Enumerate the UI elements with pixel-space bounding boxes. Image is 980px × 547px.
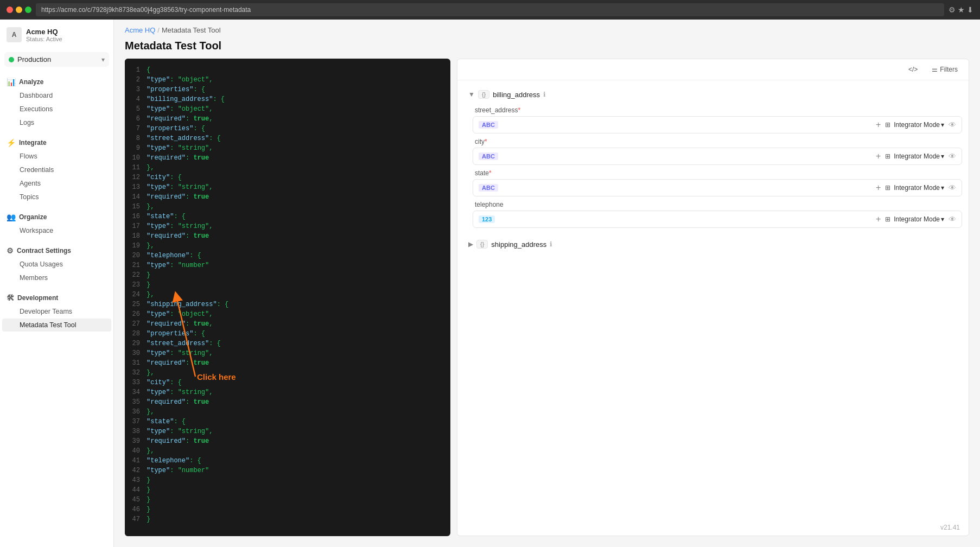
browser-dots xyxy=(7,7,31,13)
sidebar-item-workspace[interactable]: Workspace xyxy=(2,224,111,237)
sidebar-section-contract-header[interactable]: ⚙ Contract Settings xyxy=(0,242,113,257)
billing-address-group: ▼ {} billing_address ℹ street_address* xyxy=(464,87,962,228)
sidebar-section-integrate: ⚡ Integrate Flows Credentials Agents Top… xyxy=(0,132,113,206)
shipping-address-type-badge: {} xyxy=(476,240,488,249)
state-type: ABC xyxy=(479,184,498,192)
state-mode-icon: ⊞ xyxy=(885,184,890,192)
city-dropdown-icon: ▾ xyxy=(941,152,944,160)
sidebar-item-dashboard[interactable]: Dashboard xyxy=(2,89,111,102)
shipping-address-toggle-icon[interactable]: ▶ xyxy=(468,240,473,248)
state-mode-dropdown[interactable]: Integrator Mode ▾ xyxy=(894,184,944,192)
organize-icon: 👥 xyxy=(7,213,16,221)
sidebar-item-agents[interactable]: Agents xyxy=(2,177,111,190)
company-status: Status: Active xyxy=(26,36,62,42)
breadcrumb-separator: / xyxy=(157,26,160,34)
env-selector[interactable]: Production ▾ xyxy=(4,52,109,67)
billing-address-type-badge: {} xyxy=(478,90,489,99)
sidebar-item-executions[interactable]: Executions xyxy=(2,103,111,116)
billing-address-info-icon: ℹ xyxy=(543,91,546,98)
city-mode-dropdown[interactable]: Integrator Mode ▾ xyxy=(894,152,944,160)
sidebar-item-developer-teams[interactable]: Developer Teams xyxy=(2,305,111,318)
city-mode: ⊞ Integrator Mode ▾ xyxy=(885,152,944,160)
filters-button[interactable]: ⚌ Filters xyxy=(927,63,962,75)
city-add-button[interactable]: + xyxy=(876,151,881,161)
logo-avatar: A xyxy=(7,27,22,42)
development-label: Development xyxy=(17,294,58,302)
shipping-address-name: shipping_address xyxy=(491,240,546,249)
shipping-address-header[interactable]: ▶ {} shipping_address ℹ xyxy=(464,237,962,252)
analyze-icon: 📊 xyxy=(7,78,16,86)
state-actions: + ⊞ Integrator Mode ▾ 👁 xyxy=(876,183,956,193)
telephone-type: 123 xyxy=(479,215,495,223)
sidebar-section-integrate-header[interactable]: ⚡ Integrate xyxy=(0,134,113,149)
telephone-field: telephone 123 + ⊞ Integrator Mode xyxy=(473,201,962,228)
sidebar-item-topics[interactable]: Topics xyxy=(2,190,111,203)
sidebar-item-quota[interactable]: Quota Usages xyxy=(2,258,111,271)
sidebar-section-analyze: 📊 Analyze Dashboard Executions Logs xyxy=(0,71,113,132)
sidebar-section-analyze-header[interactable]: 📊 Analyze xyxy=(0,73,113,88)
sidebar-item-metadata-test-tool[interactable]: Metadata Test Tool xyxy=(2,319,111,332)
telephone-dropdown-icon: ▾ xyxy=(941,215,944,223)
panel-toolbar: </> ⚌ Filters xyxy=(457,59,969,80)
code-editor[interactable]: 1234567891011121314151617181920212223242… xyxy=(125,59,450,536)
curly-braces-icon: {} xyxy=(482,91,486,98)
billing-address-toggle-icon[interactable]: ▼ xyxy=(468,91,475,98)
sidebar-item-logs[interactable]: Logs xyxy=(2,116,111,129)
city-eye-icon[interactable]: 👁 xyxy=(949,152,956,161)
organize-label: Organize xyxy=(19,213,47,221)
dropdown-arrow-icon: ▾ xyxy=(941,121,944,129)
development-icon: 🛠 xyxy=(7,294,14,302)
telephone-input-box: 123 + ⊞ Integrator Mode ▾ xyxy=(473,211,962,228)
state-add-button[interactable]: + xyxy=(876,183,881,193)
content-area: 1234567891011121314151617181920212223242… xyxy=(114,59,980,547)
street-address-type: ABC xyxy=(479,121,498,129)
browser-chrome: https://acme.co/c/7928j9kh8738ea00j4gg38… xyxy=(0,0,980,20)
sidebar-item-flows[interactable]: Flows xyxy=(2,150,111,163)
state-input-box: ABC + ⊞ Integrator Mode ▾ xyxy=(473,179,962,196)
telephone-add-button[interactable]: + xyxy=(876,214,881,224)
city-required: * xyxy=(485,138,487,145)
city-mode-icon: ⊞ xyxy=(885,152,890,160)
url-bar[interactable]: https://acme.co/c/7928j9kh8738ea00j4gg38… xyxy=(36,3,944,16)
city-type: ABC xyxy=(479,152,498,160)
street-address-eye-icon[interactable]: 👁 xyxy=(949,120,956,129)
telephone-mode-dropdown[interactable]: Integrator Mode ▾ xyxy=(894,215,944,223)
state-eye-icon[interactable]: 👁 xyxy=(949,183,956,192)
street-address-field: street_address* ABC + ⊞ Integrator Mo xyxy=(473,106,962,133)
code-view-button[interactable]: </> xyxy=(904,63,922,75)
sidebar-section-development: 🛠 Development Developer Teams Metadata T… xyxy=(0,287,113,334)
contract-icon: ⚙ xyxy=(7,246,14,255)
state-field: state* ABC + ⊞ Integrator Mode xyxy=(473,169,962,196)
billing-address-header[interactable]: ▼ {} billing_address ℹ xyxy=(464,87,962,102)
telephone-actions: + ⊞ Integrator Mode ▾ 👁 xyxy=(876,214,956,224)
breadcrumb-link[interactable]: Acme HQ xyxy=(125,26,155,34)
telephone-mode: ⊞ Integrator Mode ▾ xyxy=(885,215,944,223)
integrate-icon: ⚡ xyxy=(7,138,16,147)
filter-icon: ⚌ xyxy=(932,66,938,73)
integrate-label: Integrate xyxy=(19,139,47,147)
breadcrumb-current: Metadata Test Tool xyxy=(162,26,221,34)
line-numbers: 1234567891011121314151617181920212223242… xyxy=(125,59,144,536)
sidebar-section-development-header[interactable]: 🛠 Development xyxy=(0,289,113,304)
dot-red xyxy=(7,7,13,13)
state-label: state* xyxy=(473,169,962,177)
env-label: Production xyxy=(17,55,98,63)
street-address-mode-dropdown[interactable]: Integrator Mode ▾ xyxy=(894,121,944,129)
page-title: Metadata Test Tool xyxy=(114,37,980,59)
telephone-eye-icon[interactable]: 👁 xyxy=(949,215,956,224)
street-address-add-button[interactable]: + xyxy=(876,120,881,130)
sidebar-item-members[interactable]: Members xyxy=(2,271,111,284)
company-name: Acme HQ xyxy=(26,28,62,36)
env-chevron-icon: ▾ xyxy=(101,56,105,63)
dot-yellow xyxy=(16,7,22,13)
mode-icon: ⊞ xyxy=(885,121,890,129)
dot-green xyxy=(25,7,31,13)
main-content: Acme HQ / Metadata Test Tool Metadata Te… xyxy=(114,20,980,547)
env-dot xyxy=(9,57,14,62)
sidebar-section-organize-header[interactable]: 👥 Organize xyxy=(0,208,113,224)
city-field: city* ABC + ⊞ Integrator Mode xyxy=(473,138,962,165)
right-panel: </> ⚌ Filters ▼ {} xyxy=(457,59,969,536)
sidebar-item-credentials[interactable]: Credentials xyxy=(2,163,111,176)
street-address-required: * xyxy=(518,106,520,114)
analyze-label: Analyze xyxy=(19,78,43,86)
